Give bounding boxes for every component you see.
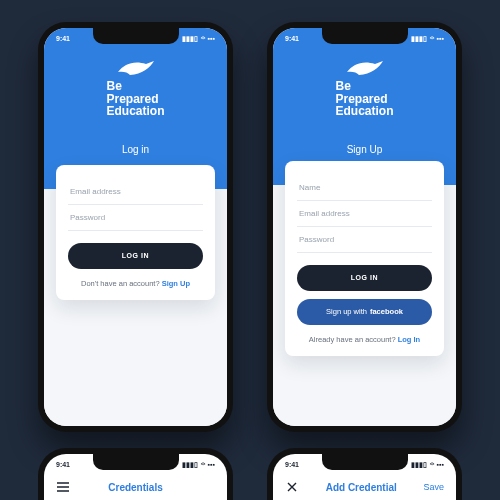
status-icons: ▮▮▮▯ ⌔ ▪▪▪ <box>411 461 444 468</box>
brand-line1: Be <box>335 80 393 93</box>
notch <box>322 28 408 44</box>
signup-footer-text: Already have an account? <box>309 335 398 344</box>
login-link[interactable]: Log In <box>398 335 421 344</box>
battery-icon: ▪▪▪ <box>208 461 215 468</box>
phone-add-credential: 9:41 ▮▮▮▯ ⌔ ▪▪▪ Add Credential Save <box>267 448 462 500</box>
status-icons: ▮▮▮▯ ⌔ ▪▪▪ <box>182 35 215 42</box>
mockup-stage: 9:41 ▮▮▮▯ ⌔ ▪▪▪ Be Prepared Education <box>0 0 500 500</box>
battery-icon: ▪▪▪ <box>437 35 444 42</box>
bird-icon <box>116 58 154 78</box>
status-time: 9:41 <box>285 461 299 468</box>
close-icon[interactable] <box>285 482 299 492</box>
bird-icon <box>345 58 383 78</box>
status-time: 9:41 <box>56 35 70 42</box>
screen-credentials: 9:41 ▮▮▮▯ ⌔ ▪▪▪ Credentials <box>44 454 227 500</box>
login-footer: Don't have an account? Sign Up <box>68 279 203 288</box>
signup-body: Name Email address Password LOG IN Sign … <box>273 185 456 426</box>
status-time: 9:41 <box>285 35 299 42</box>
hamburger-icon[interactable] <box>56 482 70 492</box>
login-title: Log in <box>122 144 149 155</box>
wifi-icon: ⌔ <box>430 35 434 42</box>
signup-title: Sign Up <box>347 144 383 155</box>
status-icons: ▮▮▮▯ ⌔ ▪▪▪ <box>182 461 215 468</box>
brand-text: Be Prepared Education <box>106 80 164 118</box>
brand-line1: Be <box>106 80 164 93</box>
name-field[interactable]: Name <box>297 175 432 201</box>
notch <box>322 454 408 470</box>
battery-icon: ▪▪▪ <box>437 461 444 468</box>
wifi-icon: ⌔ <box>201 35 205 42</box>
signup-card: Name Email address Password LOG IN Sign … <box>285 161 444 356</box>
notch <box>93 28 179 44</box>
brand-line3: Education <box>335 105 393 118</box>
fb-prefix: Sign up with <box>326 307 367 316</box>
wifi-icon: ⌔ <box>430 461 434 468</box>
nav-title: Credentials <box>108 482 162 493</box>
nav-bar: Credentials <box>44 474 227 500</box>
email-field[interactable]: Email address <box>297 201 432 227</box>
save-action[interactable]: Save <box>423 482 444 492</box>
brand-text: Be Prepared Education <box>335 80 393 118</box>
phone-login: 9:41 ▮▮▮▯ ⌔ ▪▪▪ Be Prepared Education <box>38 22 233 432</box>
phone-credentials: 9:41 ▮▮▮▯ ⌔ ▪▪▪ Credentials <box>38 448 233 500</box>
brand-logo: Be Prepared Education <box>335 58 393 118</box>
bottom-mockups: 9:41 ▮▮▮▯ ⌔ ▪▪▪ Credentials 9:41 <box>0 448 500 500</box>
nav-bar: Add Credential Save <box>273 474 456 500</box>
status-time: 9:41 <box>56 461 70 468</box>
login-card: Email address Password LOG IN Don't have… <box>56 165 215 300</box>
battery-icon: ▪▪▪ <box>208 35 215 42</box>
login-button[interactable]: LOG IN <box>68 243 203 269</box>
email-field[interactable]: Email address <box>68 179 203 205</box>
login-body: Email address Password LOG IN Don't have… <box>44 189 227 426</box>
phone-signup: 9:41 ▮▮▮▯ ⌔ ▪▪▪ Be Prepared Education <box>267 22 462 432</box>
password-field[interactable]: Password <box>297 227 432 253</box>
screen-add-credential: 9:41 ▮▮▮▯ ⌔ ▪▪▪ Add Credential Save <box>273 454 456 500</box>
signal-icon: ▮▮▮▯ <box>411 461 427 468</box>
status-icons: ▮▮▮▯ ⌔ ▪▪▪ <box>411 35 444 42</box>
fb-bold: facebook <box>370 307 403 316</box>
wifi-icon: ⌔ <box>201 461 205 468</box>
login-footer-text: Don't have an account? <box>81 279 162 288</box>
notch <box>93 454 179 470</box>
nav-title: Add Credential <box>326 482 397 493</box>
signup-link[interactable]: Sign Up <box>162 279 190 288</box>
brand-line3: Education <box>106 105 164 118</box>
signal-icon: ▮▮▮▯ <box>182 35 198 42</box>
signup-primary-button[interactable]: LOG IN <box>297 265 432 291</box>
signup-footer: Already have an account? Log In <box>297 335 432 344</box>
screen-login: 9:41 ▮▮▮▯ ⌔ ▪▪▪ Be Prepared Education <box>44 28 227 426</box>
screen-signup: 9:41 ▮▮▮▯ ⌔ ▪▪▪ Be Prepared Education <box>273 28 456 426</box>
facebook-signup-button[interactable]: Sign up with facebook <box>297 299 432 325</box>
signal-icon: ▮▮▮▯ <box>182 461 198 468</box>
brand-logo: Be Prepared Education <box>106 58 164 118</box>
password-field[interactable]: Password <box>68 205 203 231</box>
signal-icon: ▮▮▮▯ <box>411 35 427 42</box>
